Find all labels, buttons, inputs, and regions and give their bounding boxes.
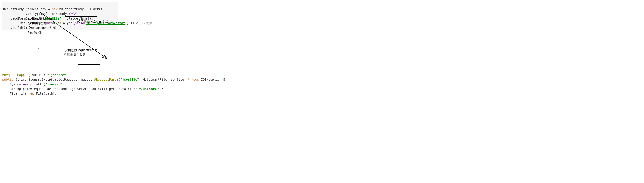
code-line: RequestBody requestBody = new MultipartB… bbox=[3, 7, 102, 11]
hand-mark: , bbox=[38, 44, 40, 50]
annotation-android-key: android: 数据的key 必须跟处理方法 @requestparam注解 … bbox=[28, 16, 56, 35]
annotation-form-type: 设置传输的文件的形式 bbox=[78, 19, 108, 24]
code-line: .setType(MultipartBody.FORM) bbox=[3, 12, 78, 15]
code-line: String path=request.getSession().getServ… bbox=[2, 87, 164, 91]
server-code-snippet: @RequestMapping(value = "/jsonsrc") publ… bbox=[2, 68, 644, 96]
code-line: System.out.println("jsonsrc"); bbox=[2, 82, 66, 86]
code-line: public String jsonsrc(HttpServletRequest… bbox=[2, 78, 225, 81]
android-code-snippet: RequestBody requestBody = new MultipartB… bbox=[2, 2, 118, 30]
annotation-requestparam: 必须使用RequestParam 注解来绑定参数 bbox=[64, 48, 97, 57]
code-line: .build(); bbox=[3, 26, 28, 29]
code-line: @RequestMapping(value = "/jsonsrc") bbox=[2, 73, 68, 77]
code-line: File file=new File(path); bbox=[2, 92, 56, 95]
